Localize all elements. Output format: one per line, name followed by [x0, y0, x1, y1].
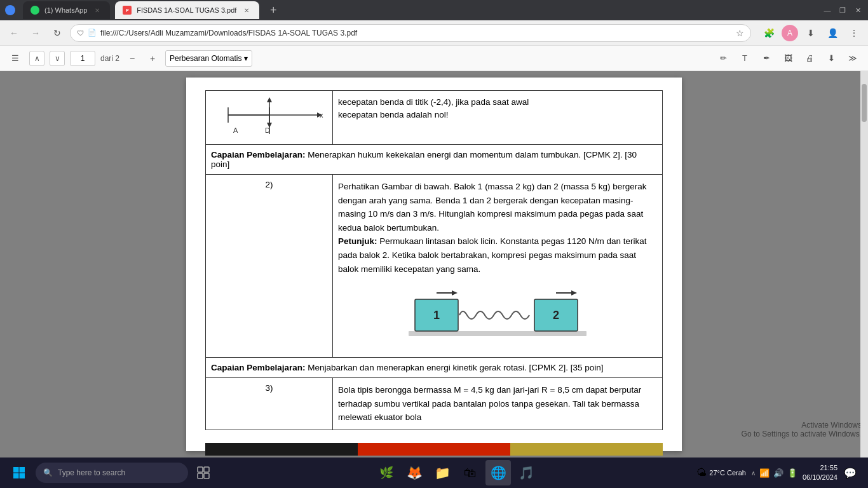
- svg-text:D: D: [265, 126, 270, 134]
- tab-pdf[interactable]: P FISDAS 1A-SOAL TUGAS 3.pdf ✕: [115, 1, 259, 19]
- speaker-icon[interactable]: 🔊: [773, 468, 783, 478]
- pdf-page-of: dari 2: [100, 54, 119, 63]
- tab-pdf-close[interactable]: ✕: [241, 5, 252, 15]
- pdf-more-icon[interactable]: ≫: [844, 50, 862, 67]
- table-row-q3: 3) Bola tipis berongga bermassa M = 4,5 …: [206, 378, 663, 430]
- tab-whatsapp-close[interactable]: ✕: [92, 5, 102, 15]
- svg-marker-19: [571, 290, 577, 295]
- browser-window: (1) WhatsApp ✕ P FISDAS 1A-SOAL TUGAS 3.…: [0, 0, 868, 488]
- tab-whatsapp[interactable]: (1) WhatsApp ✕: [23, 1, 110, 19]
- taskbar-search[interactable]: 🔍 Type here to search: [36, 463, 188, 483]
- svg-text:x: x: [320, 111, 323, 119]
- table-row-q2: 2) Perhatikan Gambar di bawah. Balok 1 (…: [206, 175, 663, 358]
- bookmark-icon[interactable]: ☆: [736, 28, 744, 38]
- pdf-page-input[interactable]: [70, 51, 95, 66]
- address-bar[interactable]: 🛡 📄 file:///C:/Users/Adli Muzamzami/Down…: [70, 24, 751, 42]
- pdf-image-icon[interactable]: 🖼: [779, 50, 797, 67]
- address-shield-icon: 🛡: [77, 29, 84, 37]
- weather-temp: 27°C Cerah: [709, 469, 746, 477]
- table-row-capaian1: Capaian Pembelajaran: Menerapkan hukum k…: [206, 145, 663, 175]
- pdf-nav-next[interactable]: ∨: [50, 51, 65, 66]
- start-button[interactable]: [5, 459, 33, 487]
- reload-button[interactable]: ↻: [48, 24, 66, 42]
- extensions-icon[interactable]: 🧩: [760, 24, 778, 42]
- new-tab-button[interactable]: +: [264, 1, 282, 19]
- capaian1-cell: Capaian Pembelajaran: Menerapkan hukum k…: [206, 145, 663, 175]
- capaian1-label: Capaian Pembelajaran:: [211, 150, 306, 159]
- taskbar-app-fileexplorer[interactable]: 📁: [430, 460, 455, 485]
- task-view-button[interactable]: [191, 460, 216, 485]
- minimize-button[interactable]: —: [822, 5, 832, 15]
- taskbar-app-nature[interactable]: 🌿: [374, 460, 399, 485]
- flag-black: [205, 443, 358, 456]
- taskbar-center-apps: 🌿 🦊 📁 🛍 🌐 🎵: [219, 460, 694, 485]
- svg-rect-22: [13, 473, 19, 479]
- taskbar-app-edge[interactable]: 🌐: [485, 460, 511, 485]
- pdf-content-area: x A D kecep: [0, 71, 868, 458]
- pdf-print-icon[interactable]: 🖨: [801, 50, 818, 67]
- restore-button[interactable]: ❐: [837, 5, 848, 15]
- q3-content-cell: Bola tipis berongga bermassa M = 4,5 kg …: [333, 378, 663, 430]
- pdf-download2-icon[interactable]: ⬇: [822, 50, 840, 67]
- close-button[interactable]: ✕: [853, 5, 863, 15]
- coordinate-diagram: x A D: [215, 96, 323, 137]
- scroll-thumb[interactable]: [862, 84, 867, 122]
- svg-rect-25: [204, 467, 209, 472]
- top-text-cell: kecepatan benda di titik (-2,4), jika pa…: [333, 91, 663, 145]
- spotify-icon: 🎵: [519, 465, 534, 480]
- back-button[interactable]: ←: [5, 24, 23, 42]
- download-icon[interactable]: ⬇: [802, 24, 820, 42]
- taskbar-search-text: Type here to search: [58, 468, 125, 477]
- flag-yellow: [510, 443, 663, 456]
- settings-icon[interactable]: ⋮: [845, 24, 863, 42]
- pdf-draw-icon[interactable]: ✒: [757, 50, 775, 67]
- pdf-nav-prev[interactable]: ∧: [29, 51, 44, 66]
- flag-bar: [205, 443, 663, 456]
- taskbar-app-firefox[interactable]: 🦊: [402, 460, 427, 485]
- address-text: file:///C:/Users/Adli Muzamzami/Download…: [100, 29, 732, 37]
- capaian2-cell: Capaian Pembelajaran: Menjabarkan dan me…: [206, 358, 663, 378]
- title-bar: (1) WhatsApp ✕ P FISDAS 1A-SOAL TUGAS 3.…: [0, 0, 868, 20]
- clock[interactable]: 21:55 06/10/2024: [803, 463, 837, 483]
- pdf-zoom-select[interactable]: Perbesaran Otomatis ▾: [165, 50, 252, 67]
- taskbar-app-store[interactable]: 🛍: [458, 460, 483, 485]
- pdf-annotate-icon[interactable]: ✏: [714, 50, 732, 67]
- pdf-zoom-out[interactable]: −: [125, 51, 140, 66]
- svg-text:A: A: [233, 126, 238, 134]
- pdf-text-icon[interactable]: T: [736, 50, 754, 67]
- notification-button[interactable]: 💬: [843, 465, 858, 480]
- flag-red: [358, 443, 510, 456]
- svg-rect-23: [20, 473, 25, 479]
- physics-diagram-container: 1 2: [338, 276, 657, 352]
- wifi-icon[interactable]: 📶: [759, 468, 770, 478]
- windows-logo-icon: [13, 466, 25, 479]
- battery-icon[interactable]: 🔋: [787, 468, 797, 478]
- content-table: x A D kecep: [205, 90, 663, 430]
- pdf-zoom-label: Perbesaran Otomatis: [170, 54, 241, 63]
- svg-rect-24: [198, 467, 203, 472]
- top-diagram-cell: x A D: [206, 91, 333, 145]
- pdf-zoom-in[interactable]: +: [145, 51, 160, 66]
- q3-text: Bola tipis berongga bermassa M = 4,5 kg …: [338, 385, 641, 422]
- q2-petunjuk-label: Petunjuk:: [338, 236, 377, 246]
- weather-widget[interactable]: 🌤 27°C Cerah: [696, 467, 746, 478]
- profile-icon[interactable]: A: [782, 25, 798, 41]
- forward-button[interactable]: →: [27, 24, 44, 42]
- edge-icon: 🌐: [491, 465, 506, 480]
- tab-pdf-label: FISDAS 1A-SOAL TUGAS 3.pdf: [137, 6, 236, 14]
- pdf-zoom-arrow: ▾: [244, 54, 248, 63]
- pdf-toggle-sidebar[interactable]: ☰: [6, 50, 24, 67]
- q3-num: 3): [265, 383, 273, 393]
- pdf-page: x A D kecep: [186, 78, 682, 451]
- account-icon[interactable]: 👤: [824, 24, 841, 42]
- taskbar-app-spotify[interactable]: 🎵: [513, 460, 539, 485]
- caret-icon[interactable]: ∧: [751, 470, 756, 477]
- taskbar: 🔍 Type here to search 🌿 🦊 📁: [0, 458, 868, 488]
- pdf-favicon: P: [123, 6, 132, 15]
- system-tray: 🌤 27°C Cerah ∧ 📶 🔊 🔋 21:55 06/10/2024 💬: [696, 463, 863, 483]
- task-view-icon: [197, 466, 210, 479]
- svg-rect-11: [409, 331, 587, 336]
- table-row-capaian2: Capaian Pembelajaran: Menjabarkan dan me…: [206, 358, 663, 378]
- clock-time: 21:55: [803, 463, 837, 473]
- table-row-top: x A D kecep: [206, 91, 663, 145]
